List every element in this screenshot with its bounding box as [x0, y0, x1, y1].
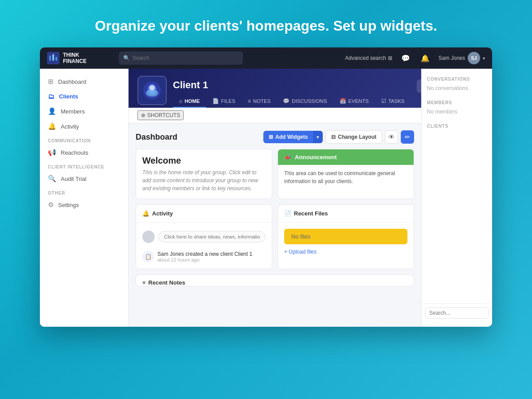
sidebar-item-label-activity: Activity [61, 123, 79, 130]
activity-log-content: Sam Jones created a new client Client 1 … [157, 251, 252, 262]
client-tab-notes-label: NOTES [253, 98, 271, 104]
brand-name: THINKFINANCE [63, 52, 86, 65]
widget-body-welcome: Welcome This is the home note of your gr… [136, 149, 272, 199]
client-tab-discussions-label: DISCUSSIONS [292, 98, 327, 104]
recent-notes-section: ≡ Recent Notes [136, 274, 414, 286]
dashboard-icon: ⊞ [48, 78, 54, 86]
activity-user-avatar [142, 231, 155, 243]
rs-members-empty: No members [422, 107, 492, 120]
user-avatar: SJ [468, 52, 480, 64]
welcome-title: Welcome [142, 156, 266, 166]
svg-point-6 [146, 90, 158, 97]
activity-input-area [142, 229, 266, 247]
widgets-grid: Welcome This is the home note of your gr… [136, 149, 414, 269]
discussions-icon: 💬 [283, 98, 289, 104]
grid-plus-icon: ⊞ [269, 134, 273, 140]
activity-log-icon: 📋 [142, 251, 154, 262]
rs-search-input[interactable] [425, 307, 489, 319]
app-window: THINKFINANCE 🔍 Advanced search ⊞ 💬 🔔 Sam… [40, 47, 492, 327]
activity-header-label: Activity [152, 210, 173, 217]
sidebar-item-clients[interactable]: 🗂 Clients [40, 89, 128, 104]
client-tab-events-label: EVENTS [348, 98, 369, 104]
shortcuts-btn[interactable]: ⊕ SHORTCUTS [137, 110, 184, 120]
client-tab-home-label: HOME [184, 98, 200, 104]
dashboard-header: Dashboard ⊞ Add Widgets ▾ ⊟ Change Layou… [136, 130, 414, 144]
svg-rect-3 [55, 57, 57, 61]
client-avatar-box [137, 76, 167, 105]
center-content: Client 1 ⌂ HOME 📄 FILES ≡ NOTES [129, 69, 421, 327]
add-widgets-label: Add Widgets [275, 134, 308, 140]
recent-notes-header: ≡ Recent Notes [136, 275, 414, 286]
activity-widget: 🔔 Activity 📋 Sam Jones creat [136, 204, 272, 269]
sidebar-item-label-settings: Settings [58, 202, 79, 208]
shortcuts-label: SHORTCUTS [147, 112, 180, 118]
client-tab-notes[interactable]: ≡ NOTES [242, 95, 277, 108]
eye-icon-btn[interactable]: 👁 [385, 130, 398, 144]
left-sidebar: ⊞ Dashboard 🗂 Clients 👤 Members 🔔 Activi… [40, 69, 129, 327]
add-widgets-caret-button[interactable]: ▾ [313, 131, 323, 143]
activity-bell-icon: 🔔 [142, 210, 149, 217]
client-member-btn[interactable]: 👤 [417, 79, 421, 93]
search-input[interactable] [133, 55, 239, 61]
notifications-icon-btn[interactable]: 🔔 [419, 52, 431, 64]
rs-search-area [422, 303, 492, 322]
client-tab-discussions[interactable]: 💬 DISCUSSIONS [277, 95, 333, 108]
chat-icon-btn[interactable]: 💬 [399, 52, 412, 64]
sidebar-item-label-audit: Audit Trial [61, 176, 86, 182]
sidebar-item-members[interactable]: 👤 Members [40, 104, 128, 119]
announcement-label: Announcement [295, 154, 337, 160]
client-name: Client 1 [173, 79, 411, 91]
announcement-body: This area can be used to communicate gen… [278, 165, 414, 190]
advanced-search-btn[interactable]: Advanced search ⊞ [345, 55, 392, 61]
sidebar-item-label-dashboard: Dashboard [58, 78, 86, 85]
change-layout-button[interactable]: ⊟ Change Layout [325, 130, 382, 144]
upload-files-btn[interactable]: + Upload files [284, 249, 407, 255]
add-widgets-button[interactable]: ⊞ Add Widgets [263, 131, 313, 143]
recent-files-header: 📄 Recent Files [278, 205, 414, 223]
files-icon: 📄 [212, 98, 219, 104]
welcome-desc: This is the home note of your group. Cli… [142, 168, 266, 192]
sidebar-item-settings[interactable]: ⚙ Settings [40, 197, 128, 212]
sidebar-item-dashboard[interactable]: ⊞ Dashboard [40, 74, 128, 89]
rs-conversations-empty: No conversations [422, 83, 492, 97]
announcement-icon: 📣 [284, 154, 291, 160]
sidebar-item-reachouts[interactable]: 📢 Reachouts [40, 145, 128, 160]
sidebar-item-audit-trial[interactable]: 🔍 Audit Trial [40, 171, 128, 186]
clients-icon: 🗂 [48, 93, 55, 100]
client-tabs: ⌂ HOME 📄 FILES ≡ NOTES 💬 [173, 95, 411, 108]
home-icon: ⌂ [179, 98, 182, 104]
sidebar-item-label-clients: Clients [59, 93, 78, 100]
brand: THINKFINANCE [47, 52, 113, 65]
search-icon: 🔍 [123, 55, 130, 61]
rs-members-label: MEMBERS [422, 97, 492, 107]
right-sidebar: CONVERSATIONS No conversations MEMBERS N… [421, 69, 492, 327]
brand-logo-icon [47, 52, 59, 64]
audit-icon: 🔍 [48, 175, 56, 183]
announcement-bar: 📣 Announcement [278, 149, 414, 165]
sidebar-section-other: OTHER [40, 186, 128, 197]
members-icon: 👤 [48, 107, 56, 115]
search-box[interactable]: 🔍 [119, 51, 243, 65]
sidebar-section-communication: COMMUNICATION [40, 134, 128, 145]
rs-clients-label: CLIENTS [422, 120, 492, 130]
layout-icon: ⊟ [331, 134, 336, 140]
settings-icon: ⚙ [48, 201, 54, 209]
change-layout-label: Change Layout [338, 134, 376, 140]
top-nav: THINKFINANCE 🔍 Advanced search ⊞ 💬 🔔 Sam… [40, 47, 492, 69]
user-area[interactable]: Sam Jones SJ ▾ [438, 52, 485, 64]
client-tab-events[interactable]: 📅 EVENTS [333, 95, 375, 108]
recent-files-body: No files + Upload files [278, 223, 414, 261]
sidebar-item-label-reachouts: Reachouts [61, 149, 88, 156]
client-tab-files-label: FILES [221, 98, 235, 104]
edit-icon-btn[interactable]: ✏ [401, 130, 414, 144]
rs-conversations-label: CONVERSATIONS [422, 73, 492, 83]
activity-widget-header: 🔔 Activity [136, 205, 272, 223]
client-tab-tasks[interactable]: ☑ TASKS [375, 95, 411, 108]
svg-point-7 [149, 85, 155, 90]
advanced-search-label: Advanced search [345, 55, 386, 61]
activity-share-input[interactable] [158, 231, 266, 243]
sidebar-item-activity[interactable]: 🔔 Activity [40, 119, 128, 134]
recent-files-label: Recent Files [294, 210, 328, 217]
client-tab-files[interactable]: 📄 FILES [206, 95, 242, 108]
client-tab-home[interactable]: ⌂ HOME [173, 95, 206, 108]
